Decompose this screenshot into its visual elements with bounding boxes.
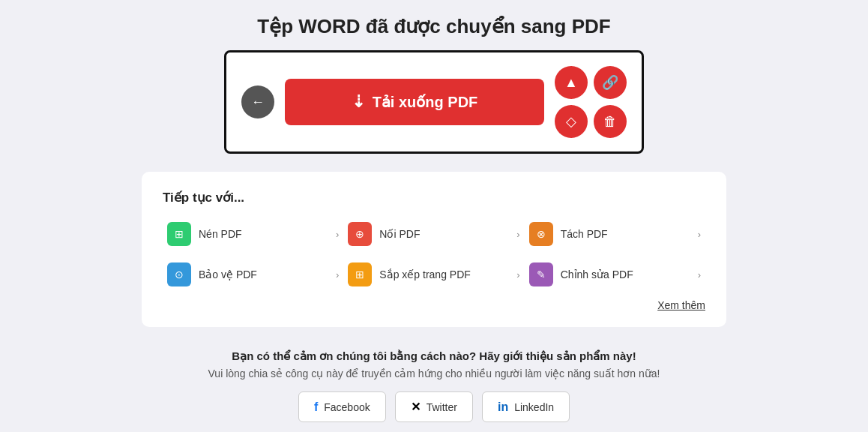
share-section: Bạn có thể cảm ơn chúng tôi bằng cách nà… — [208, 350, 660, 422]
tool-item-nen-pdf[interactable]: ⊞ Nén PDF › — [163, 219, 343, 249]
upload-icon: ▲ — [564, 75, 578, 91]
sap-xep-pdf-icon: ⊞ — [348, 262, 372, 286]
twitter-icon: ✕ — [411, 400, 421, 414]
chinh-sua-pdf-label: Chỉnh sửa PDF — [561, 268, 690, 280]
facebook-icon: f — [314, 400, 318, 414]
sap-xep-pdf-arrow: › — [516, 269, 519, 280]
delete-icon: 🗑 — [603, 114, 617, 130]
bao-ve-pdf-label: Bảo vệ PDF — [199, 268, 328, 280]
noi-pdf-label: Nối PDF — [379, 228, 509, 240]
twitter-share-button[interactable]: ✕ Twitter — [395, 392, 473, 422]
nen-pdf-label: Nén PDF — [199, 228, 328, 240]
dropbox-button[interactable]: ◇ — [555, 105, 588, 138]
download-button[interactable]: ⇣ Tải xuống PDF — [285, 79, 544, 125]
tool-item-tach-pdf[interactable]: ⊗ Tách PDF › — [525, 219, 705, 249]
tach-pdf-arrow: › — [698, 229, 701, 240]
twitter-label: Twitter — [427, 401, 457, 413]
xem-them-container: Xem thêm — [163, 298, 705, 312]
chinh-sua-pdf-arrow: › — [698, 269, 701, 280]
facebook-label: Facebook — [324, 401, 370, 413]
back-icon: ← — [251, 94, 265, 110]
share-buttons: f Facebook ✕ Twitter in LinkedIn — [208, 392, 660, 422]
linkedin-share-button[interactable]: in LinkedIn — [482, 392, 570, 422]
tools-grid: ⊞ Nén PDF › ⊕ Nối PDF › ⊗ Tách PDF › ⊙ B… — [163, 219, 705, 290]
xem-them-link[interactable]: Xem thêm — [657, 299, 705, 311]
side-actions: ▲ 🔗 ◇ 🗑 — [555, 66, 627, 138]
noi-pdf-icon: ⊕ — [348, 222, 372, 246]
tool-item-bao-ve-pdf[interactable]: ⊙ Bảo vệ PDF › — [163, 260, 343, 290]
download-label: Tải xuống PDF — [373, 93, 478, 111]
share-subtitle: Vui lòng chia sẻ công cụ này để truyền c… — [208, 368, 660, 380]
chinh-sua-pdf-icon: ✎ — [529, 262, 553, 286]
link-icon: 🔗 — [602, 74, 618, 91]
bao-ve-pdf-arrow: › — [336, 269, 339, 280]
tach-pdf-label: Tách PDF — [561, 228, 690, 240]
tool-item-sap-xep-pdf[interactable]: ⊞ Sắp xếp trang PDF › — [343, 260, 524, 290]
page-title: Tệp WORD đã được chuyển sang PDF — [257, 15, 610, 38]
link-button[interactable]: 🔗 — [594, 66, 627, 99]
continue-section: Tiếp tục với... ⊞ Nén PDF › ⊕ Nối PDF › … — [142, 172, 726, 327]
linkedin-icon: in — [498, 400, 508, 414]
back-button[interactable]: ← — [241, 86, 274, 118]
noi-pdf-arrow: › — [516, 229, 519, 240]
continue-title: Tiếp tục với... — [163, 190, 705, 206]
tool-item-chinh-sua-pdf[interactable]: ✎ Chỉnh sửa PDF › — [525, 260, 705, 290]
delete-button[interactable]: 🗑 — [594, 105, 627, 138]
bao-ve-pdf-icon: ⊙ — [167, 262, 191, 286]
nen-pdf-arrow: › — [336, 229, 339, 240]
facebook-share-button[interactable]: f Facebook — [298, 392, 386, 422]
nen-pdf-icon: ⊞ — [167, 222, 191, 246]
upload-button[interactable]: ▲ — [555, 66, 588, 99]
share-title: Bạn có thể cảm ơn chúng tôi bằng cách nà… — [208, 350, 660, 363]
linkedin-label: LinkedIn — [514, 401, 554, 413]
tach-pdf-icon: ⊗ — [529, 222, 553, 246]
action-box: ← ⇣ Tải xuống PDF ▲ 🔗 ◇ 🗑 — [224, 50, 644, 154]
tool-item-noi-pdf[interactable]: ⊕ Nối PDF › — [343, 219, 524, 249]
download-icon: ⇣ — [352, 92, 365, 112]
sap-xep-pdf-label: Sắp xếp trang PDF — [379, 268, 509, 280]
dropbox-icon: ◇ — [566, 113, 576, 130]
